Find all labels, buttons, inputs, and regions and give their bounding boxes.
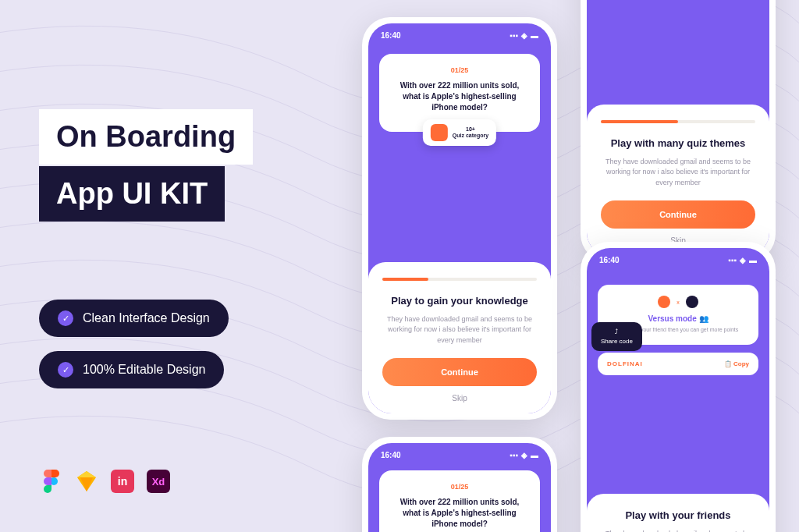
quiz-counter: 01/25 [390, 483, 529, 491]
feature-pill-1: ✓ Clean Interface Design [39, 300, 229, 337]
phones-mockup-area: 16:40 ▪▪▪ ◈ ▬ 01/25 With over 222 millio… [354, 0, 799, 532]
category-icon [431, 124, 448, 141]
phone-mockup-4: 16:40 ▪▪▪ ◈ ▬ x Versus mode 👥 play with … [581, 242, 776, 532]
signal-icon: ▪▪▪ [728, 256, 737, 264]
wifi-icon: ◈ [521, 451, 527, 459]
quiz-counter: 01/25 [390, 66, 529, 74]
quiz-card: 01/25 With over 222 million units sold, … [379, 54, 540, 132]
feature-label: Clean Interface Design [83, 311, 210, 325]
share-popup[interactable]: ⤴ Share code [591, 322, 642, 351]
onboarding-card: Play to gain your knowledge They have do… [368, 262, 551, 414]
feature-pill-2: ✓ 100% Editable Design [39, 351, 224, 388]
xd-icon: Xd [147, 470, 170, 493]
status-time: 16:40 [599, 256, 620, 264]
check-icon: ✓ [58, 310, 73, 326]
status-time: 16:40 [381, 31, 401, 40]
avatar-2 [686, 296, 698, 308]
copy-button[interactable]: 📋 Copy [724, 360, 749, 367]
quiz-question: With over 222 million units sold, what i… [390, 80, 529, 113]
progress-bar [601, 120, 755, 123]
onboard-title: Play with your friends [601, 509, 755, 521]
progress-bar [382, 278, 537, 281]
share-label: Share code [601, 338, 633, 345]
share-icon: ⤴ [615, 328, 618, 335]
marketing-panel: On Boarding App UI KIT ✓ Clean Interface… [39, 109, 336, 403]
wifi-icon: ◈ [521, 31, 527, 40]
signal-icon: ▪▪▪ [510, 31, 518, 40]
features-list: ✓ Clean Interface Design ✓ 100% Editable… [39, 300, 336, 388]
battery-icon: ▬ [531, 31, 538, 40]
avatar-1 [658, 296, 670, 308]
battery-icon: ▬ [749, 256, 757, 264]
onboard-description: They have downloaded gmail and seems to … [382, 314, 537, 346]
phone-mockup-3: 16:40 ▪▪▪ ◈ ▬ 01/25 With over 222 millio… [362, 437, 557, 532]
quiz-question: With over 222 million units sold, what i… [390, 497, 529, 530]
skip-link[interactable]: Skip [382, 394, 537, 403]
check-icon: ✓ [58, 362, 73, 378]
sketch-icon [75, 470, 98, 493]
feature-label: 100% Editable Design [83, 363, 205, 377]
onboard-title: Play to gain your knowledge [382, 295, 537, 307]
battery-icon: ▬ [531, 451, 538, 459]
continue-button[interactable]: Continue [601, 200, 755, 229]
status-bar: 16:40 ▪▪▪ ◈ ▬ [368, 443, 551, 464]
versus-avatars: x [607, 296, 749, 308]
badge-count: 10+ [453, 126, 488, 133]
status-bar: 16:40 ▪▪▪ ◈ ▬ [368, 23, 551, 44]
continue-button[interactable]: Continue [382, 358, 537, 386]
signal-icon: ▪▪▪ [510, 451, 518, 459]
versus-mode-card: x Versus mode 👥 play with your friend th… [598, 285, 758, 345]
code-card: DOLFINAI 📋 Copy [598, 353, 758, 375]
status-time: 16:40 [381, 451, 401, 459]
title-text-1: On Boarding [56, 120, 236, 153]
title-line-1: On Boarding [39, 109, 253, 165]
quiz-category-badge: 10+ Quiz category [423, 119, 496, 146]
title-line-2: App UI KIT [39, 166, 225, 222]
badge-label: Quiz category [453, 133, 488, 139]
figma-icon [39, 470, 62, 493]
onboard-description: They have downloaded gmail and seems to … [601, 529, 755, 533]
status-bar: 16:40 ▪▪▪ ◈ ▬ [587, 248, 769, 269]
title-text-2: App UI KIT [56, 177, 208, 210]
onboard-title: Play with many quiz themes [601, 137, 755, 149]
onboarding-card: Play with many quiz themes They have dow… [587, 105, 769, 257]
code-value: DOLFINAI [607, 360, 643, 367]
phone-mockup-1: 16:40 ▪▪▪ ◈ ▬ 01/25 With over 222 millio… [362, 17, 557, 420]
onboard-description: They have downloaded gmail and seems to … [601, 157, 755, 189]
wifi-icon: ◈ [740, 256, 746, 264]
tool-icons-row: in Xd [39, 470, 170, 493]
phone-mockup-2: Play with many quiz themes They have dow… [581, 0, 776, 262]
quiz-card: 01/25 With over 222 million units sold, … [379, 470, 540, 532]
invision-icon: in [111, 470, 134, 493]
onboarding-card: Play with your friends They have downloa… [587, 494, 769, 533]
